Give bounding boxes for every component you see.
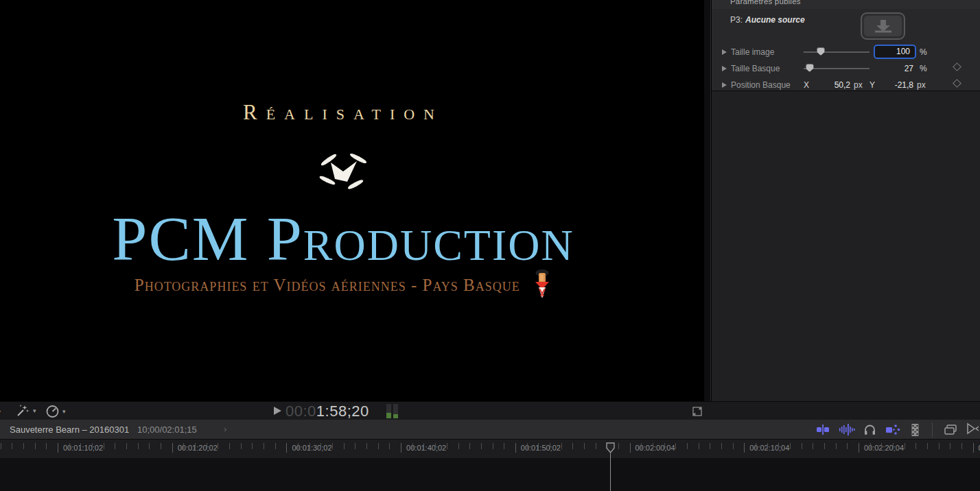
taille-basque-slider[interactable] xyxy=(804,68,870,69)
ruler-minor-tick xyxy=(778,443,779,449)
ruler-minor-tick xyxy=(790,443,791,449)
disclosure-triangle-icon[interactable] xyxy=(722,82,727,88)
playhead-marker[interactable] xyxy=(605,442,616,454)
ruler-minor-tick xyxy=(80,443,81,449)
overlapping-windows-icon[interactable] xyxy=(944,424,958,436)
retime-gauge-icon[interactable] xyxy=(45,404,60,418)
chevron-down-icon[interactable]: ▾ xyxy=(33,407,36,414)
ruler-minor-tick xyxy=(641,443,642,449)
ruler-minor-tick xyxy=(207,443,207,449)
ruler-minor-tick xyxy=(115,443,115,449)
ruler-minor-tick xyxy=(561,443,562,449)
x-value[interactable]: 50,2 xyxy=(821,80,850,90)
snapping-icon[interactable] xyxy=(885,423,901,436)
solo-headphones-icon[interactable] xyxy=(863,423,876,436)
ruler-minor-tick xyxy=(572,443,573,449)
ruler-minor-tick xyxy=(355,443,355,449)
ruler-minor-tick xyxy=(423,443,424,449)
project-timecode: 10;00/02:01;15 xyxy=(137,424,197,435)
taille-image-slider[interactable] xyxy=(804,51,870,53)
ruler-minor-tick xyxy=(802,443,802,449)
ruler-minor-tick xyxy=(229,443,230,449)
y-unit: px xyxy=(917,80,926,90)
ruler-minor-tick xyxy=(458,443,459,449)
ruler-minor-tick xyxy=(596,443,596,449)
timecode-dim-part: 00:0 xyxy=(285,403,316,420)
magic-wand-icon[interactable] xyxy=(15,404,30,418)
timeline-header: Sauveterre Bearn – 20160301 10;00/02:01;… xyxy=(0,420,980,440)
disclosure-triangle-icon[interactable] xyxy=(722,66,727,71)
slider-thumb[interactable] xyxy=(806,64,814,72)
project-name[interactable]: Sauveterre Bearn – 20160301 xyxy=(10,424,129,435)
ruler-minor-tick xyxy=(389,443,390,449)
ruler-minor-tick xyxy=(881,443,882,449)
ruler-minor-tick xyxy=(92,443,93,449)
ruler-major-tick xyxy=(859,443,859,453)
param-label: Taille Basque xyxy=(731,64,780,73)
chevron-right-icon[interactable]: › xyxy=(224,424,226,434)
ruler-minor-tick xyxy=(69,443,70,449)
timeline-ruler[interactable]: 00:01:10;0200:01:20;0200:01:30;0200:01:4… xyxy=(0,440,980,458)
ruler-minor-tick xyxy=(126,443,127,449)
drop-zone-button[interactable] xyxy=(861,12,905,40)
ruler-minor-tick xyxy=(950,443,950,449)
video-viewer[interactable]: Réalisation PCM Production Photographies… xyxy=(0,0,704,401)
ruler-minor-tick xyxy=(550,443,550,449)
viewer-timecode[interactable]: 00:01:58;20 xyxy=(285,403,369,420)
title-subtitle: Photographies et Vidéos aériennes - Pays… xyxy=(135,276,520,295)
skimming-icon[interactable] xyxy=(815,423,830,436)
title-main: PCM Production xyxy=(0,207,686,270)
inspector-panel: Paramètres publiés P3:Aucune source Tail… xyxy=(712,0,980,401)
clipped-chevron-icon[interactable]: ▾ xyxy=(0,408,1,416)
expand-icon[interactable] xyxy=(691,405,703,418)
ruler-minor-tick xyxy=(961,443,962,449)
playhead-line[interactable] xyxy=(610,453,611,491)
play-icon[interactable] xyxy=(274,407,281,415)
ruler-minor-tick xyxy=(756,443,756,449)
ruler-minor-tick xyxy=(23,443,24,449)
inspector-section-header: Paramètres publiés xyxy=(712,0,980,9)
chevron-down-icon[interactable]: ▾ xyxy=(62,408,66,415)
slider-thumb[interactable] xyxy=(817,47,825,56)
bowtie-icon[interactable] xyxy=(966,422,979,435)
ruler-minor-tick xyxy=(378,443,379,449)
y-value[interactable]: -21,8 xyxy=(885,80,913,90)
ruler-minor-tick xyxy=(527,443,528,449)
drone-logo-icon xyxy=(317,146,369,193)
ruler-minor-tick xyxy=(195,443,196,449)
ruler-minor-tick xyxy=(218,443,218,449)
ruler-minor-tick xyxy=(504,443,504,449)
ruler-minor-tick xyxy=(584,443,585,449)
param-label: Taille image xyxy=(731,47,774,57)
ruler-minor-tick xyxy=(721,443,722,449)
ruler-minor-tick xyxy=(870,443,871,449)
title-realisation: Réalisation xyxy=(0,100,686,125)
ruler-minor-tick xyxy=(836,443,837,449)
param-label: Position Basque xyxy=(731,80,791,90)
p3-label: P3: xyxy=(730,15,743,25)
ruler-minor-tick xyxy=(332,443,333,449)
keyframe-diamond-icon[interactable] xyxy=(953,79,961,88)
ruler-minor-tick xyxy=(664,443,665,449)
panel-divider[interactable] xyxy=(704,0,711,420)
ruler-major-tick xyxy=(515,443,516,453)
audio-meters[interactable] xyxy=(386,404,398,418)
ruler-major-tick xyxy=(172,443,173,453)
ruler-minor-tick xyxy=(653,443,653,449)
ruler-minor-tick xyxy=(893,443,894,449)
ruler-minor-tick xyxy=(241,443,242,449)
ruler-minor-tick xyxy=(104,443,104,449)
ruler-minor-tick xyxy=(905,443,905,449)
taille-image-value-field[interactable]: 100 xyxy=(874,45,916,59)
ruler-minor-tick xyxy=(344,443,345,449)
disclosure-triangle-icon[interactable] xyxy=(722,49,727,55)
ruler-minor-tick xyxy=(618,443,619,449)
audio-skimming-icon[interactable] xyxy=(839,423,855,436)
timeline-body[interactable] xyxy=(0,458,980,491)
taille-basque-value[interactable]: 27 xyxy=(898,64,913,73)
ruler-minor-tick xyxy=(939,443,940,449)
ruler-major-tick xyxy=(630,443,631,453)
keyframe-diamond-icon[interactable] xyxy=(953,62,961,71)
audio-meter-left xyxy=(386,404,391,418)
filmstrip-icon[interactable] xyxy=(909,423,921,437)
